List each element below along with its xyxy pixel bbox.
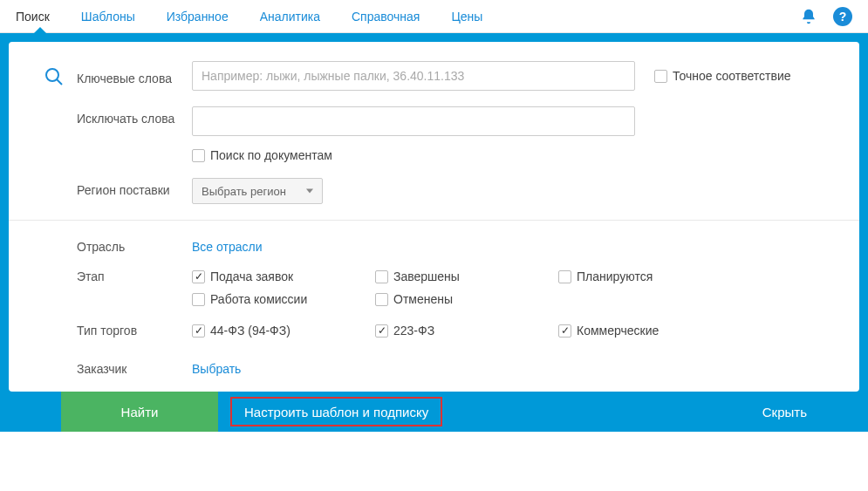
keywords-label: Ключевые слова [77,72,172,85]
keywords-row: Ключевые слова Точное соответствие [44,61,824,91]
type-row: Тип торгов 44-ФЗ (94-ФЗ) 223-ФЗ Коммерче… [44,324,824,346]
exclude-row: Исключать слова Поиск по документам [44,106,824,162]
svg-point-0 [46,69,58,81]
exclude-label: Исключать слова [77,112,174,126]
search-icon [44,66,65,90]
exclude-input[interactable] [192,106,635,136]
nav-tab-favorites[interactable]: Избранное [151,0,244,33]
search-panel: Ключевые слова Точное соответствие Исклю… [0,33,868,432]
stage-option-cancelled[interactable]: Отменены [375,292,558,306]
type-option-223fz[interactable]: 223-ФЗ [375,324,558,338]
exact-match-checkbox[interactable]: Точное соответствие [654,69,791,83]
stage-option-commission[interactable]: Работа комиссии [192,292,375,306]
search-form: Ключевые слова Точное соответствие Исклю… [9,42,859,392]
region-row: Регион поставки Выбрать регион [44,178,824,204]
industry-link[interactable]: Все отрасли [192,240,262,254]
stage-option-planned[interactable]: Планируются [558,269,742,283]
stage-option-submit[interactable]: Подача заявок [192,269,375,283]
svg-line-1 [57,79,62,85]
nav-tab-analytics[interactable]: Аналитика [244,0,336,33]
find-button[interactable]: Найти [61,392,218,432]
type-option-commercial[interactable]: Коммерческие [558,324,742,338]
configure-template-button[interactable]: Настроить шаблон и подписку [230,397,442,426]
top-nav: Поиск Шаблоны Избранное Аналитика Справо… [0,0,868,33]
stage-option-finished[interactable]: Завершены [375,269,558,283]
type-label: Тип торгов [77,324,137,338]
stage-label: Этап [77,269,105,283]
keywords-input[interactable] [192,61,635,91]
industry-label: Отрасль [77,240,125,254]
industry-row: Отрасль Все отрасли [44,240,824,254]
bell-icon[interactable] [800,8,817,25]
type-option-44fz[interactable]: 44-ФЗ (94-ФЗ) [192,324,375,338]
region-label: Регион поставки [77,183,170,197]
customer-link[interactable]: Выбрать [192,362,241,376]
customer-row: Заказчик Выбрать [44,362,824,376]
nav-tab-search[interactable]: Поиск [16,0,65,33]
region-select[interactable]: Выбрать регион [192,178,323,204]
divider [9,220,859,221]
action-bar: Найти Настроить шаблон и подписку Скрыть [9,392,859,432]
stage-row: Этап Подача заявок Завершены Планируются… [44,269,824,315]
nav-tab-templates[interactable]: Шаблоны [65,0,151,33]
nav-tab-help[interactable]: Справочная [336,0,435,33]
nav-tab-prices[interactable]: Цены [435,0,498,33]
search-docs-checkbox[interactable]: Поиск по документам [192,148,332,162]
customer-label: Заказчик [77,362,127,376]
help-icon[interactable]: ? [833,7,852,26]
hide-button[interactable]: Скрыть [762,405,807,419]
